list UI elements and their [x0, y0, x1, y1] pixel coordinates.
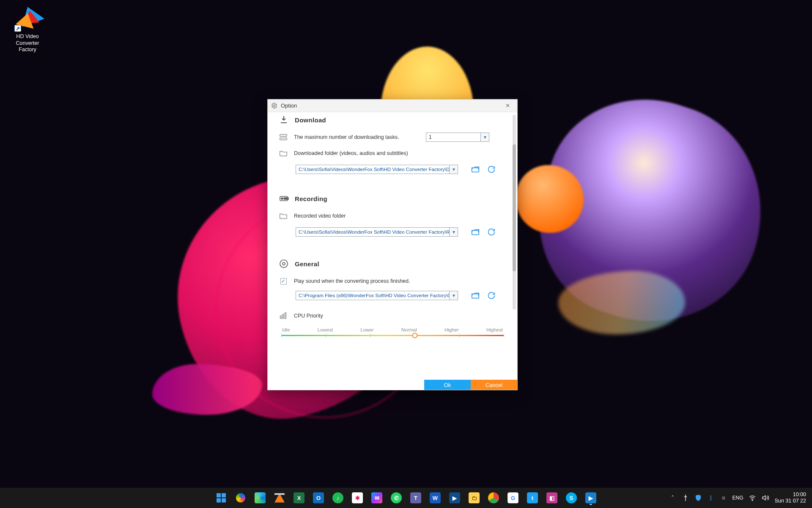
taskbar-vlc[interactable]	[272, 490, 288, 506]
desktop-shortcut-hdvcf[interactable]: ↗ HD Video Converter Factory	[4, 6, 51, 53]
download-folder-label: Downloaded folder (videos, audios and su…	[294, 150, 408, 156]
priority-label: Highest	[486, 327, 503, 332]
download-folder-path: C:\Users\Sofia\Videos\WonderFox Soft\HD …	[299, 167, 458, 172]
svg-rect-8	[280, 316, 282, 318]
ok-button[interactable]: Ok	[424, 380, 471, 390]
sound-path-combo[interactable]: C:\Program Files (x86)\WonderFox Soft\HD…	[296, 291, 458, 300]
priority-thumb[interactable]	[412, 333, 417, 338]
taskbar-edge[interactable]	[252, 490, 268, 506]
reset-button[interactable]	[487, 227, 496, 237]
taskbar[interactable]: X O ♪ ✱ ✉ ✆ T W ▶ 🗀 G t ◧ S ▶ ˄ ᛒ ⌗ ENG …	[0, 488, 812, 508]
dialog-footer: Ok Cancel	[268, 380, 517, 390]
priority-track[interactable]	[281, 335, 504, 336]
download-icon	[279, 115, 289, 125]
recorded-folder-combo[interactable]: C:\Users\Sofia\Videos\WonderFox Soft\HD …	[296, 227, 458, 237]
taskbar-outlook[interactable]: O	[310, 490, 326, 506]
taskbar-twitter[interactable]: t	[524, 490, 540, 506]
tray-language[interactable]: ENG	[732, 495, 743, 501]
scrollbar-thumb[interactable]	[513, 144, 516, 271]
row-download-folder-path: C:\Users\Sofia\Videos\WonderFox Soft\HD …	[268, 163, 517, 179]
taskbar-app[interactable]: ◧	[544, 490, 560, 506]
chevron-down-icon: ▾	[449, 228, 458, 236]
taskbar-spotify[interactable]: ♪	[330, 490, 346, 506]
shortcut-arrow-icon: ↗	[14, 25, 21, 32]
taskbar-file-explorer[interactable]: 🗀	[466, 490, 482, 506]
open-folder-button[interactable]	[471, 227, 480, 237]
priority-label: Higher	[444, 327, 459, 332]
tray-overflow-icon[interactable]: ˄	[669, 494, 677, 502]
taskbar-settings[interactable]	[233, 490, 249, 506]
row-recorded-folder-path: C:\Users\Sofia\Videos\WonderFox Soft\HD …	[268, 226, 517, 242]
tray-bluetooth-icon[interactable]: ᛒ	[707, 494, 715, 502]
taskbar-clock[interactable]: 10:00 Sun 31 07 22	[775, 491, 806, 504]
dialog-titlebar[interactable]: Option ✕	[268, 99, 517, 112]
taskbar-skype[interactable]: S	[563, 490, 579, 506]
chevron-down-icon: ▾	[449, 165, 458, 174]
chevron-down-icon: ▾	[449, 291, 458, 300]
start-button[interactable]	[213, 490, 229, 506]
max-tasks-value: 1	[429, 134, 432, 140]
open-folder-button[interactable]	[471, 291, 480, 300]
checkbox-container: ✓	[279, 276, 288, 286]
section-recording: REC Recording	[268, 179, 517, 210]
section-download: Download	[268, 112, 517, 131]
gear-outline-icon	[279, 259, 289, 269]
svg-point-6	[283, 262, 285, 265]
section-general: General	[268, 242, 517, 275]
sound-path: C:\Program Files (x86)\WonderFox Soft\HD…	[299, 293, 458, 298]
priority-label: Lowest	[318, 327, 333, 332]
taskbar-teams[interactable]: T	[408, 490, 424, 506]
cpu-priority-label: CPU Priority	[294, 313, 323, 319]
taskbar-word[interactable]: W	[427, 490, 443, 506]
taskbar-google[interactable]: G	[505, 490, 521, 506]
play-sound-checkbox[interactable]: ✓	[280, 278, 287, 284]
section-recording-heading: Recording	[295, 195, 327, 202]
taskbar-chrome[interactable]	[486, 490, 502, 506]
folder-icon	[279, 149, 288, 158]
tray-wifi-icon[interactable]	[749, 494, 756, 502]
row-max-tasks: The maximum number of downloading tasks.…	[268, 131, 517, 147]
priority-label: Idle	[282, 327, 290, 332]
close-button[interactable]: ✕	[501, 101, 514, 110]
recorded-folder-path: C:\Users\Sofia\Videos\WonderFox Soft\HD …	[299, 229, 458, 235]
max-tasks-select[interactable]: 1 ▾	[426, 133, 489, 142]
open-folder-button[interactable]	[471, 165, 480, 174]
reset-button[interactable]	[487, 165, 496, 174]
dialog-body: Download The maximum number of downloadi…	[268, 112, 517, 380]
row-play-sound: ✓ Play sound when the converting process…	[268, 275, 517, 291]
svg-point-11	[752, 500, 753, 501]
svg-rect-1	[280, 135, 287, 137]
svg-point-7	[280, 260, 288, 268]
gear-icon	[271, 102, 277, 109]
taskbar-slack[interactable]: ✱	[349, 490, 365, 506]
play-sound-label: Play sound when the converting process f…	[294, 278, 410, 284]
taskbar-tray: ˄ ᛒ ⌗ ENG 10:00 Sun 31 07 22	[669, 491, 812, 504]
record-icon: REC	[279, 193, 289, 204]
dialog-title: Option	[281, 102, 501, 109]
recorded-folder-label: Recorded video folder	[294, 213, 346, 219]
chart-icon	[279, 311, 288, 320]
max-tasks-label: The maximum number of downloading tasks.	[294, 134, 399, 140]
desktop-shortcut-label: HD Video Converter Factory	[4, 33, 51, 53]
taskbar-excel[interactable]: X	[291, 490, 307, 506]
svg-rect-9	[283, 314, 284, 318]
taskbar-messenger[interactable]: ✉	[369, 490, 385, 506]
cpu-priority-slider[interactable]: Idle Lowest Lower Normal Higher Highest	[268, 326, 517, 336]
tray-volume-icon[interactable]	[761, 494, 769, 502]
folder-icon	[279, 211, 288, 221]
tray-feedback-icon[interactable]: ⌗	[720, 494, 727, 502]
taskbar-whatsapp[interactable]: ✆	[388, 490, 404, 506]
svg-rect-2	[280, 138, 287, 140]
tray-usb-icon[interactable]	[682, 494, 689, 502]
clock-date: Sun 31 07 22	[775, 498, 806, 504]
taskbar-hdvcf[interactable]: ▶	[583, 490, 599, 506]
scrollbar[interactable]	[513, 115, 516, 309]
reset-button[interactable]	[487, 291, 496, 300]
tasks-icon	[279, 133, 288, 142]
cancel-button[interactable]: Cancel	[471, 380, 517, 390]
tray-security-icon[interactable]	[694, 494, 702, 502]
clock-time: 10:00	[775, 491, 806, 498]
download-folder-combo[interactable]: C:\Users\Sofia\Videos\WonderFox Soft\HD …	[296, 165, 458, 174]
section-download-heading: Download	[295, 116, 326, 124]
taskbar-clipchamp[interactable]: ▶	[447, 490, 463, 506]
